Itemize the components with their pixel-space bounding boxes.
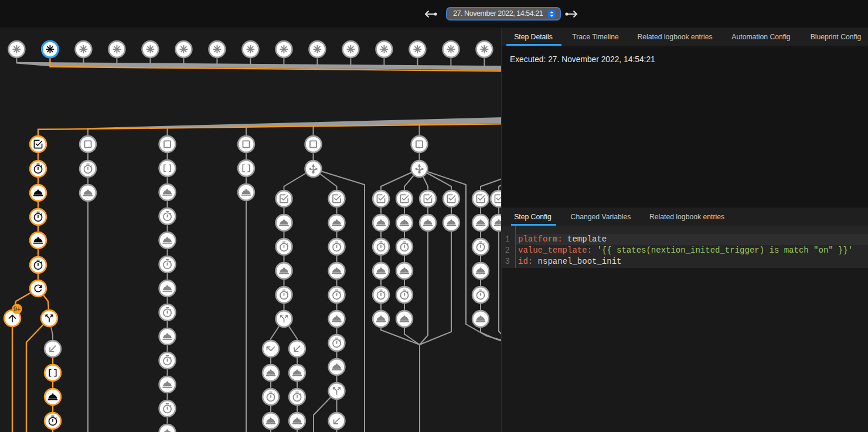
- svg-text:9+: 9+: [13, 305, 21, 312]
